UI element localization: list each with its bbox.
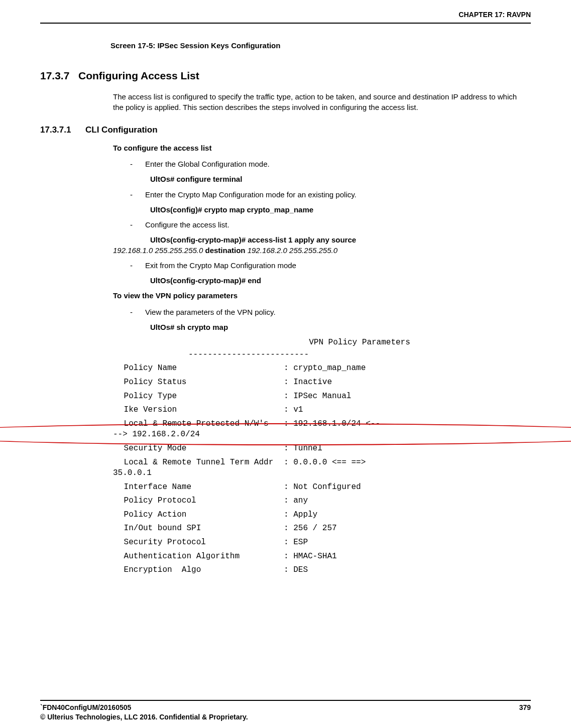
step-row: - Enter the Global Configuration mode. (113, 159, 526, 169)
output-key: Authentication Algorithm (113, 551, 284, 562)
cmd-part-italic: 192.168.1.0 255.255.255.0 (113, 246, 203, 255)
output-value: : Apply (284, 510, 317, 521)
output-value: : Tunnel (284, 443, 322, 454)
output-row: Policy Status: Inactive (113, 377, 526, 388)
output-key: In/Out bound SPI (113, 523, 284, 534)
step-text: Enter the Crypto Map Configuration mode … (145, 190, 526, 200)
output-value: : HMAC-SHA1 (284, 551, 337, 562)
output-key: Encryption Algo (113, 565, 284, 576)
section-number: 17.3.7 (40, 69, 78, 83)
output-value: : DES (284, 565, 308, 576)
subsection-title: CLI Configuration (85, 125, 158, 135)
footer-page-number: 379 (519, 703, 531, 722)
output-row: Security Mode: Tunnel (113, 443, 526, 454)
output-row: Interface Name: Not Configured (113, 482, 526, 493)
step-text: View the parameters of the VPN policy. (145, 307, 526, 317)
output-row: Policy Protocol: any (113, 496, 526, 507)
screen-caption: Screen 17-5: IPSec Session Keys Configur… (110, 41, 531, 51)
view-heading: To view the VPN policy parameters (113, 291, 526, 301)
chapter-header: CHAPTER 17: RAVPN (40, 10, 531, 24)
cli-output: VPN Policy Parameters ------------------… (113, 337, 526, 576)
bullet-dash: - (130, 307, 145, 317)
step-row: - Enter the Crypto Map Configuration mod… (113, 190, 526, 200)
output-row: Policy Name: crypto_map_name (113, 363, 526, 374)
output-row: Authentication Algorithm: HMAC-SHA1 (113, 551, 526, 562)
section-heading: 17.3.7Configuring Access List (40, 69, 531, 83)
output-title: VPN Policy Parameters (113, 337, 526, 348)
cli-command: UltOs(config)# crypto map crypto_map_nam… (113, 205, 526, 215)
step-text: Configure the access list. (145, 220, 526, 230)
bullet-dash: - (130, 190, 145, 200)
output-row-highlighted: Local & Remote Protected N/W's : 192.168… (113, 419, 526, 440)
output-value: : 256 / 257 (284, 523, 337, 534)
step-text: Enter the Global Configuration mode. (145, 159, 526, 169)
page-footer: `FDN40ConfigUM/20160505 © Ulterius Techn… (40, 700, 531, 722)
output-key: Policy Type (113, 391, 284, 402)
output-value: : 192.168.1.0/24 <-- (284, 419, 380, 430)
output-value: : IPSec Manual (284, 391, 351, 402)
bullet-dash: - (130, 261, 145, 271)
bullet-dash: - (130, 220, 145, 230)
output-key: Policy Status (113, 377, 284, 388)
output-value: : Not Configured (284, 482, 361, 493)
output-row: Policy Type: IPSec Manual (113, 391, 526, 402)
output-value: : any (284, 496, 308, 507)
output-row: Ike Version: v1 (113, 405, 526, 416)
output-value: : Inactive (284, 377, 332, 388)
output-key: Policy Action (113, 510, 284, 521)
output-key: Local & Remote Protected N/W's (113, 419, 284, 430)
cli-command: UltOs(config-crypto-map)# access-list 1 … (113, 235, 526, 256)
output-divider: ------------------------- (113, 349, 526, 360)
output-key: Ike Version (113, 405, 284, 416)
output-value-cont: 35.0.0.1 (113, 468, 526, 479)
cli-command: UltOs# sh crypto map (113, 322, 526, 332)
configure-heading: To configure the access list (113, 143, 526, 153)
subsection-heading: 17.3.7.1CLI Configuration (40, 125, 531, 136)
cmd-part: destination (203, 246, 247, 255)
cli-command: UltOs# configure terminal (113, 174, 526, 184)
output-value: : crypto_map_name (284, 363, 366, 374)
bullet-dash: - (130, 159, 145, 169)
section-intro: The access list is configured to specify… (113, 92, 526, 112)
footer-copyright: © Ulterius Technologies, LLC 2016. Confi… (40, 712, 248, 722)
cli-command: UltOs(config-crypto-map)# end (113, 276, 526, 286)
output-key: Local & Remote Tunnel Term Addr (113, 457, 284, 468)
section-title: Configuring Access List (78, 70, 199, 81)
footer-doc-id: `FDN40ConfigUM/20160505 (40, 703, 248, 712)
step-row: - View the parameters of the VPN policy. (113, 307, 526, 317)
step-row: - Configure the access list. (113, 220, 526, 230)
output-row: Security Protocol: ESP (113, 537, 526, 548)
output-row: Local & Remote Tunnel Term Addr : 0.0.0.… (113, 457, 526, 479)
output-key: Security Protocol (113, 537, 284, 548)
cmd-part-italic: 192.168.2.0 255.255.255.0 (248, 246, 337, 255)
output-value: : ESP (284, 537, 308, 548)
output-row: Encryption Algo: DES (113, 565, 526, 576)
output-value: : 0.0.0.0 <== ==> (284, 457, 366, 468)
step-text: Exit from the Crypto Map Configuration m… (145, 261, 526, 271)
output-key: Interface Name (113, 482, 284, 493)
output-key: Security Mode (113, 443, 284, 454)
output-row: Policy Action: Apply (113, 510, 526, 521)
output-row: In/Out bound SPI: 256 / 257 (113, 523, 526, 534)
output-key: Policy Name (113, 363, 284, 374)
subsection-number: 17.3.7.1 (40, 125, 85, 136)
output-key: Policy Protocol (113, 496, 284, 507)
output-value-cont: --> 192.168.2.0/24 (113, 429, 526, 440)
output-value: : v1 (284, 405, 303, 416)
cmd-part: UltOs(config-crypto-map)# access-list 1 … (150, 235, 356, 244)
step-row: - Exit from the Crypto Map Configuration… (113, 261, 526, 271)
